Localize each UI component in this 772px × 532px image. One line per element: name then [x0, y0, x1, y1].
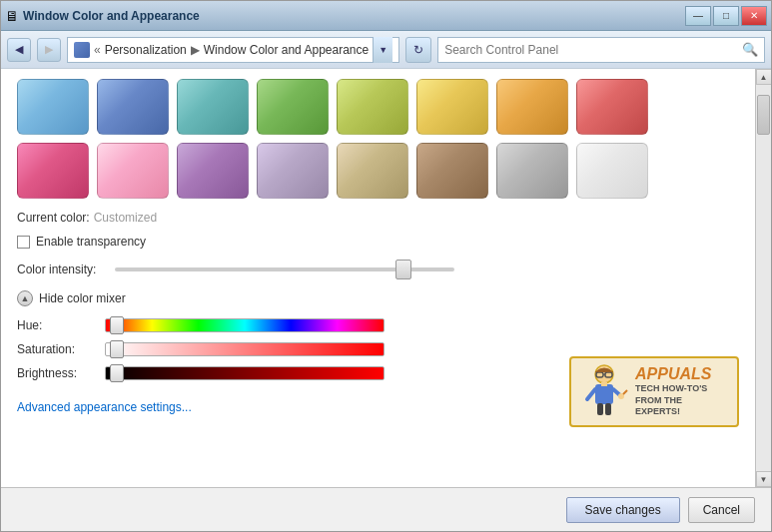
breadcrumb-part1[interactable]: Personalization [105, 43, 187, 57]
saturation-row: Saturation: [17, 342, 739, 356]
brightness-track [105, 366, 385, 380]
hue-thumb[interactable] [110, 316, 124, 334]
scrollbar: ▲ ▼ [755, 69, 771, 487]
brightness-row: Brightness: [17, 366, 739, 380]
saturation-track [105, 342, 385, 356]
swatch-lime[interactable] [337, 79, 408, 135]
swatches-row-top [17, 79, 739, 135]
svg-line-5 [587, 389, 595, 399]
color-mixer-label: Hide color mixer [39, 291, 126, 305]
swatch-pink[interactable] [17, 143, 89, 199]
brightness-thumb[interactable] [110, 364, 124, 382]
svg-line-6 [613, 389, 621, 396]
intensity-thumb[interactable] [395, 260, 411, 279]
swatches-row-bottom [17, 143, 739, 199]
color-mixer-header[interactable]: ▲ Hide color mixer [17, 290, 739, 306]
saturation-label: Saturation: [17, 342, 97, 356]
intensity-row: Color intensity: [17, 263, 739, 276]
title-bar-left: 🖥 Window Color and Appearance [5, 8, 200, 24]
svg-point-7 [618, 393, 624, 399]
svg-rect-4 [595, 384, 613, 404]
nav-bar: ◀ ▶ « Personalization ▶ Window Color and… [1, 31, 771, 69]
transparency-label: Enable transparency [36, 235, 146, 249]
watermark-tagline: TECH HOW-TO'S FROM THE EXPERTS! [635, 383, 729, 418]
intensity-label: Color intensity: [17, 263, 107, 276]
breadcrumb-icon [74, 42, 90, 58]
window-title: Window Color and Appearance [23, 9, 200, 23]
breadcrumb: « Personalization ▶ Window Color and App… [67, 37, 399, 63]
bottom-bar: Save changes Cancel [1, 487, 771, 531]
intensity-track [115, 267, 454, 271]
back-button[interactable]: ◀ [7, 38, 31, 62]
swatch-teal[interactable] [177, 79, 249, 135]
svg-rect-9 [597, 403, 603, 415]
saturation-thumb[interactable] [110, 340, 124, 358]
main-window: 🖥 Window Color and Appearance — □ ✕ ◀ ▶ … [0, 0, 772, 532]
transparency-checkbox[interactable] [17, 236, 30, 249]
search-input[interactable] [444, 43, 738, 57]
swatch-sky[interactable] [17, 79, 89, 135]
swatch-lavender[interactable] [257, 143, 329, 199]
svg-rect-11 [601, 382, 607, 386]
hue-row: Hue: [17, 318, 739, 332]
current-color-label: Current color: [17, 211, 90, 225]
hue-label: Hue: [17, 318, 97, 332]
breadcrumb-dropdown[interactable]: ▼ [373, 37, 392, 63]
scroll-up-button[interactable]: ▲ [756, 69, 772, 85]
close-button[interactable]: ✕ [741, 6, 767, 26]
swatch-orange[interactable] [496, 79, 568, 135]
window-icon: 🖥 [5, 8, 19, 24]
current-color-line: Current color: Customized [17, 211, 739, 225]
swatch-yellow[interactable] [416, 79, 488, 135]
search-icon: 🔍 [742, 42, 758, 57]
current-color-value: Customized [94, 211, 157, 225]
title-bar-controls: — □ ✕ [685, 6, 767, 26]
collapse-button[interactable]: ▲ [17, 290, 33, 306]
search-box: 🔍 [437, 37, 765, 63]
brightness-label: Brightness: [17, 366, 97, 380]
maximize-button[interactable]: □ [713, 6, 739, 26]
scroll-thumb[interactable] [757, 95, 770, 135]
advanced-link[interactable]: Advanced appearance settings... [17, 400, 192, 414]
swatch-green[interactable] [257, 79, 329, 135]
swatch-tan[interactable] [337, 143, 408, 199]
color-swatches [17, 79, 739, 199]
swatch-red[interactable] [576, 79, 648, 135]
title-bar: 🖥 Window Color and Appearance — □ ✕ [1, 1, 771, 31]
cancel-button[interactable]: Cancel [688, 497, 755, 523]
scroll-track [756, 85, 772, 471]
transparency-row: Enable transparency [17, 235, 739, 249]
refresh-button[interactable]: ↻ [405, 37, 431, 63]
scroll-down-button[interactable]: ▼ [756, 471, 772, 487]
hue-track [105, 318, 385, 332]
swatch-brown[interactable] [416, 143, 488, 199]
breadcrumb-part2: Window Color and Appearance [204, 43, 369, 57]
forward-button[interactable]: ▶ [37, 38, 61, 62]
svg-rect-10 [605, 403, 611, 415]
breadcrumb-arrow: ▶ [191, 43, 200, 57]
save-button[interactable]: Save changes [566, 497, 680, 523]
swatch-white[interactable] [576, 143, 648, 199]
swatch-lightpink[interactable] [97, 143, 169, 199]
main-area: Current color: Customized Enable transpa… [1, 69, 771, 487]
breadcrumb-prefix: « [94, 43, 101, 57]
swatch-purple[interactable] [177, 143, 249, 199]
content-area: Current color: Customized Enable transpa… [1, 69, 755, 487]
swatch-lightgray[interactable] [496, 143, 568, 199]
svg-line-8 [623, 390, 627, 394]
swatch-blue[interactable] [97, 79, 169, 135]
minimize-button[interactable]: — [685, 6, 711, 26]
